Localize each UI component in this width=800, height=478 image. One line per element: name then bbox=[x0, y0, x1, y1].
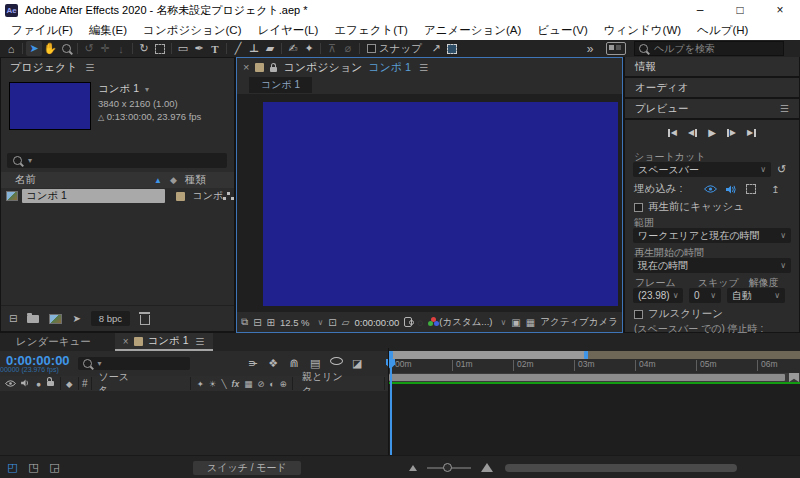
motion-blur-icon[interactable] bbox=[326, 357, 347, 370]
navigator-start-handle[interactable] bbox=[389, 351, 393, 359]
lock-icon[interactable] bbox=[270, 67, 277, 72]
minimize-button[interactable]: – bbox=[680, 0, 720, 20]
viewer-timecode[interactable]: 0:00:00:00 bbox=[354, 317, 399, 328]
comp-viewer-tab[interactable]: コンポ 1 bbox=[249, 77, 312, 93]
lock-column-icon[interactable] bbox=[47, 381, 54, 386]
time-ruler[interactable]: 00m 01m 02m 03m 04m 05m 06m bbox=[389, 359, 800, 373]
share-view-icon[interactable]: ⊞ bbox=[267, 317, 275, 328]
effects-switch-icon[interactable]: fx bbox=[232, 379, 240, 389]
track-lanes-area[interactable] bbox=[389, 384, 800, 455]
magnification-value[interactable]: 12.5 % bbox=[280, 317, 310, 328]
snap-region-icon[interactable] bbox=[444, 41, 460, 56]
expand-layer-switches-icon[interactable]: ◰ bbox=[2, 461, 23, 474]
workspace-panel-icon[interactable] bbox=[606, 41, 626, 56]
magnification-chevron[interactable]: ∨ bbox=[318, 318, 324, 327]
target-region-icon[interactable]: ▣ bbox=[511, 317, 520, 328]
zoom-out-mountain-icon[interactable] bbox=[409, 465, 417, 471]
expand-transfer-controls-icon[interactable]: ◳ bbox=[23, 461, 44, 474]
shape-tool-icon[interactable]: ▭ bbox=[175, 41, 191, 56]
search-options-chevron[interactable]: ▾ bbox=[98, 359, 102, 368]
motion-blur-switch-icon[interactable]: ⊘ bbox=[257, 379, 264, 389]
project-row-name[interactable]: コンポ 1 bbox=[22, 189, 166, 203]
export-icon[interactable]: ↥ bbox=[771, 184, 779, 195]
video-include-eye-icon[interactable] bbox=[704, 185, 717, 193]
mini-flowchart-icon[interactable]: ⋔ bbox=[246, 353, 259, 374]
menu-file[interactable]: ファイル(F) bbox=[3, 23, 81, 38]
timeline-comp-tab[interactable]: × コンポ 1 ☰ bbox=[115, 333, 213, 351]
flyout-chevron-icon[interactable]: ▾ bbox=[145, 85, 149, 94]
view-layout-dropdown[interactable]: アクティブカメラ bbox=[540, 316, 618, 329]
resolution-dropdown[interactable]: 自動∨ bbox=[727, 288, 785, 303]
hide-shy-layers-icon[interactable]: ⋒ bbox=[284, 357, 305, 370]
lasso-icon[interactable]: ⌀ bbox=[340, 41, 356, 56]
column-name[interactable]: 名前 bbox=[15, 173, 36, 187]
menu-window[interactable]: ウィンドウ(W) bbox=[596, 23, 689, 38]
panel-menu-icon[interactable]: ☰ bbox=[86, 62, 95, 73]
switches-modes-button[interactable]: スイッチ / モード bbox=[193, 461, 301, 475]
close-button[interactable]: × bbox=[760, 0, 800, 20]
puppet-pin-tool-icon[interactable]: ✦ bbox=[301, 41, 317, 56]
label-column-icon[interactable]: ◆ bbox=[66, 379, 73, 389]
skip-dropdown[interactable]: 0∨ bbox=[689, 288, 721, 303]
3d-switch-icon[interactable]: ⊕ bbox=[279, 379, 286, 389]
new-composition-icon[interactable] bbox=[49, 314, 62, 324]
composition-panel-title[interactable]: コンポジション bbox=[283, 60, 362, 75]
menu-composition[interactable]: コンポジション(C) bbox=[135, 23, 249, 38]
search-options-chevron[interactable]: ▾ bbox=[28, 156, 32, 165]
project-search-box[interactable]: ▾ bbox=[7, 153, 227, 168]
collapse-switch-icon[interactable]: ☀ bbox=[209, 379, 217, 389]
new-folder-icon[interactable] bbox=[27, 315, 39, 323]
interpret-footage-icon[interactable]: ⊟ bbox=[9, 313, 17, 324]
menu-animation[interactable]: アニメーション(A) bbox=[416, 23, 529, 38]
solo-column-icon[interactable]: ● bbox=[36, 379, 41, 389]
pan-camera-tool-icon[interactable]: ✛ bbox=[97, 41, 113, 56]
home-icon[interactable]: ⌂ bbox=[3, 41, 19, 56]
cache-before-playback-checkbox[interactable] bbox=[634, 203, 643, 212]
panel-menu-icon[interactable]: ☰ bbox=[419, 62, 428, 73]
orbit-camera-tool-icon[interactable]: ↺ bbox=[81, 41, 97, 56]
audio-column-speaker-icon[interactable] bbox=[21, 379, 31, 389]
menu-help[interactable]: ヘルプ(H) bbox=[689, 23, 756, 38]
work-area-bar[interactable] bbox=[389, 374, 785, 381]
info-panel-tab[interactable]: 情報 bbox=[635, 60, 656, 74]
sort-ascending-icon[interactable]: ▲ bbox=[154, 176, 162, 185]
timeline-search-box[interactable]: ▾ bbox=[78, 357, 190, 370]
project-settings-icon[interactable]: ➤ bbox=[72, 313, 80, 324]
time-navigator[interactable] bbox=[389, 351, 800, 359]
current-timecode[interactable]: 0:00:00:00 bbox=[6, 355, 70, 366]
composition-viewer[interactable] bbox=[237, 94, 622, 312]
hand-tool-icon[interactable]: ✋ bbox=[42, 41, 58, 56]
project-tab[interactable]: プロジェクト bbox=[10, 60, 78, 75]
play-from-dropdown[interactable]: 現在の時間∨ bbox=[633, 258, 791, 273]
navigator-end-handle[interactable] bbox=[584, 351, 588, 359]
show-snapshot-icon[interactable]: ◌ bbox=[417, 317, 423, 328]
resolution-chevron[interactable]: ∨ bbox=[500, 318, 506, 327]
roto-brush-tool-icon[interactable]: ✍ bbox=[285, 41, 301, 56]
panel-menu-icon[interactable]: ☰ bbox=[196, 336, 205, 347]
timeline-zoom-slider[interactable] bbox=[427, 467, 471, 469]
fullscreen-checkbox[interactable] bbox=[634, 310, 643, 319]
menu-edit[interactable]: 編集(E) bbox=[81, 23, 135, 38]
close-panel-icon[interactable]: × bbox=[243, 61, 249, 73]
region-of-interest-icon[interactable]: ▱ bbox=[342, 317, 350, 328]
menu-layer[interactable]: レイヤー(L) bbox=[249, 23, 326, 38]
dolly-camera-tool-icon[interactable]: ↓ bbox=[113, 41, 129, 56]
layer-number-column[interactable]: # bbox=[82, 378, 88, 389]
transparency-grid-icon[interactable]: ▦ bbox=[526, 317, 535, 328]
shortcut-dropdown[interactable]: スペースバー∨ bbox=[633, 162, 771, 177]
label-color-swatch[interactable] bbox=[176, 192, 184, 201]
last-frame-button[interactable]: ▶ bbox=[747, 127, 756, 138]
close-tab-icon[interactable]: × bbox=[123, 336, 129, 347]
camera-tool-icon[interactable] bbox=[152, 41, 168, 56]
bit-depth-button[interactable]: 8 bpc bbox=[91, 311, 130, 326]
timeline-horizontal-scrollbar[interactable] bbox=[505, 464, 737, 472]
range-dropdown[interactable]: ワークエリアと現在の時間∨ bbox=[633, 228, 791, 243]
delete-icon[interactable] bbox=[140, 315, 150, 325]
play-button[interactable]: ▶ bbox=[708, 127, 716, 138]
reset-icon[interactable]: ↺ bbox=[777, 163, 786, 176]
graph-editor-icon[interactable]: ◪ bbox=[347, 357, 368, 370]
selection-tool-icon[interactable]: ➤ bbox=[26, 41, 42, 56]
always-preview-icon[interactable]: ⧉ bbox=[241, 316, 248, 328]
rotate-tool-icon[interactable]: ↻ bbox=[136, 41, 152, 56]
video-column-eye-icon[interactable] bbox=[5, 379, 16, 389]
